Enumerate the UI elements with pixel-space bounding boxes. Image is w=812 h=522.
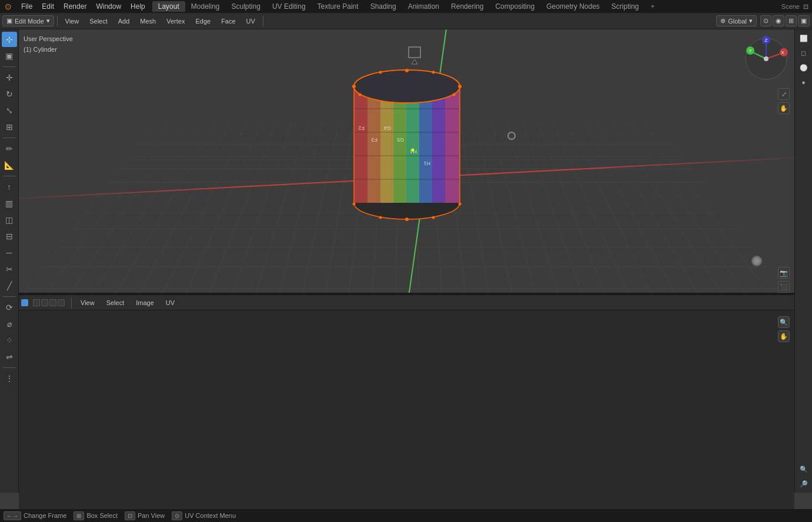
menu-window[interactable]: Window [91, 1, 126, 12]
tab-uv-editing[interactable]: UV Editing [266, 1, 312, 12]
rotate-tool[interactable]: ↻ [2, 86, 17, 102]
svg-point-36 [405, 218, 409, 221]
inset-tool[interactable]: ▥ [2, 196, 17, 211]
menu-help[interactable]: Help [126, 1, 150, 12]
uv-uv-btn[interactable]: UV [161, 298, 179, 307]
transform-icon: ⊕ [720, 17, 726, 25]
tab-geometry-nodes[interactable]: Geometry Nodes [540, 1, 606, 12]
select-btn-3d[interactable]: Select [85, 16, 112, 26]
snap-btn[interactable]: ⊙ [760, 15, 771, 26]
transform-label: Global [728, 18, 747, 25]
tab-texture-paint[interactable]: Texture Paint [312, 1, 365, 12]
svg-rect-5 [354, 85, 367, 203]
viewport-shading-4[interactable]: ● [797, 76, 810, 89]
cylinder-object: F2 F3 G4 G5 H4 H1 [336, 62, 477, 226]
uv-image-btn[interactable]: Image [131, 298, 159, 307]
svg-text:Y: Y [748, 48, 752, 53]
zoom-out-btn[interactable]: 🔎 [797, 477, 810, 490]
svg-point-38 [458, 203, 461, 206]
overlay-btn[interactable]: ⊞ [786, 15, 797, 26]
offset-tool[interactable]: ─ [2, 245, 17, 260]
uv-icon-4[interactable] [58, 299, 65, 306]
uv-select-btn[interactable]: Select [102, 298, 129, 307]
uv-icon-1[interactable] [33, 299, 40, 306]
svg-point-31 [458, 85, 462, 88]
add-btn[interactable]: Add [113, 16, 135, 26]
svg-point-34 [358, 93, 361, 96]
svg-rect-12 [445, 85, 460, 203]
spin-tool[interactable]: ⟳ [2, 300, 17, 315]
zoom-extent-btn[interactable]: ⤢ [778, 88, 790, 100]
transform-tool[interactable]: ⊞ [2, 119, 17, 135]
tab-shading[interactable]: Shading [365, 1, 402, 12]
uv-editor-area[interactable]: H1H2H3H4H5H6H7H8G1G2G3G4G5G6G7G8F1F2F3F4… [19, 310, 794, 509]
zoom-in-btn[interactable]: 🔍 [797, 463, 810, 476]
svg-text:Z: Z [765, 38, 768, 43]
viewport-shading-2[interactable]: ◻ [797, 46, 810, 59]
tab-rendering[interactable]: Rendering [445, 1, 489, 12]
uv-view-btn[interactable]: View [76, 298, 99, 307]
select-tool[interactable]: ▣ [2, 48, 17, 63]
workspace-tabs: Layout Modeling Sculpting UV Editing Tex… [152, 1, 661, 12]
uv-hand-btn[interactable]: ✋ [778, 330, 790, 342]
measure-tool[interactable]: 📐 [2, 158, 17, 173]
annotate-tool[interactable]: ✏ [2, 141, 17, 156]
xray-btn[interactable]: ▣ [798, 15, 810, 26]
uv-icon-3[interactable] [49, 299, 56, 306]
right-panel: ⬜ ◻ ⚪ ● 🔍 🔎 [794, 29, 812, 493]
extrude-tool[interactable]: ↑ [2, 179, 17, 195]
mesh-btn[interactable]: Mesh [135, 16, 161, 26]
more-tool[interactable]: ⋮ [2, 371, 17, 386]
face-btn[interactable]: Face [216, 16, 240, 26]
render-btn[interactable]: ⬛ [778, 281, 790, 293]
svg-point-30 [352, 85, 356, 88]
tab-sculpting[interactable]: Sculpting [226, 1, 266, 12]
randomize-tool[interactable]: ⁘ [2, 333, 17, 348]
svg-text:G5: G5 [396, 137, 403, 143]
knife-tool[interactable]: ✂ [2, 262, 17, 277]
camera-btn[interactable]: 📷 [778, 267, 790, 279]
slide-relax-tool[interactable]: ⇌ [2, 349, 17, 364]
view-btn[interactable]: View [61, 16, 84, 26]
svg-point-29 [405, 69, 409, 72]
menu-edit[interactable]: Edit [37, 1, 59, 12]
svg-point-39 [379, 216, 382, 219]
cursor-tool[interactable]: ⊹ [2, 32, 17, 47]
uv-bg [19, 310, 794, 509]
vertex-btn[interactable]: Vertex [162, 16, 189, 26]
tab-modeling[interactable]: Modeling [185, 1, 226, 12]
bevel-tool[interactable]: ◫ [2, 212, 17, 227]
status-bar: ←→ Change Frame ⊞ Box Select ⊡ Pan View … [0, 509, 812, 522]
uv-editor-icon[interactable] [21, 299, 28, 306]
edge-btn[interactable]: Edge [191, 16, 215, 26]
scale-tool[interactable]: ⤡ [2, 103, 17, 118]
uv-btn[interactable]: UV [242, 16, 260, 26]
proportional-btn[interactable]: ◉ [773, 15, 784, 26]
menu-right: Scene ⊡ [781, 3, 812, 11]
mode-dropdown[interactable]: ▣ Edit Mode ▾ [2, 15, 54, 26]
3d-viewport[interactable]: User Perspective (1) Cylinder [19, 29, 794, 299]
svg-point-32 [379, 71, 382, 74]
tab-add[interactable]: + [645, 1, 661, 12]
viewport-shading-3[interactable]: ⚪ [797, 61, 810, 74]
tab-compositing[interactable]: Compositing [489, 1, 540, 12]
blender-logo[interactable]: ⊙ [0, 1, 16, 12]
pan-view-key: ⊡ [125, 511, 135, 520]
loop-cut-tool[interactable]: ⊟ [2, 229, 17, 244]
tab-scripting[interactable]: Scripting [606, 1, 645, 12]
svg-point-27 [355, 71, 459, 102]
smooth-tool[interactable]: ⌀ [2, 316, 17, 332]
uv-icon-2[interactable] [41, 299, 48, 306]
move-tool[interactable]: ✛ [2, 70, 17, 85]
tab-animation[interactable]: Animation [402, 1, 445, 12]
uv-zoom-btn[interactable]: 🔍 [778, 316, 790, 328]
menu-file[interactable]: File [16, 1, 37, 12]
hand-tool-btn[interactable]: ✋ [778, 102, 790, 114]
transform-dropdown[interactable]: ⊕ Global ▾ [716, 15, 757, 26]
svg-text:G4: G4 [383, 125, 390, 131]
bisect-tool[interactable]: ╱ [2, 278, 17, 293]
viewport-shading-1[interactable]: ⬜ [797, 32, 810, 45]
toolbar-3d: ▣ Edit Mode ▾ View Select Add Mesh Verte… [0, 13, 812, 29]
tab-layout[interactable]: Layout [152, 1, 185, 12]
menu-render[interactable]: Render [59, 1, 91, 12]
